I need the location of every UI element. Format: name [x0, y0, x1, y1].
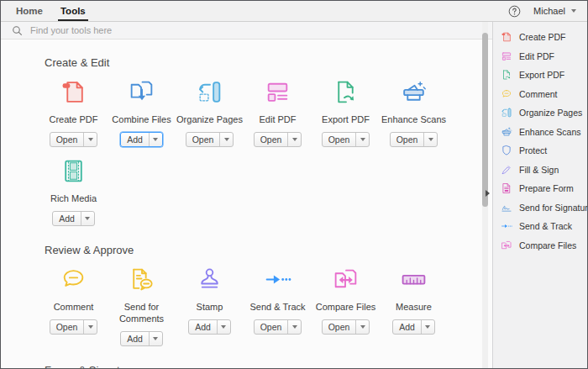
- tool-action-button[interactable]: Add: [392, 319, 435, 335]
- export-pdf-icon: [332, 78, 360, 106]
- tool-action-dropdown[interactable]: [356, 133, 369, 146]
- sidebar-item-edit-pdf[interactable]: Edit PDF: [493, 47, 587, 66]
- tool-action-button[interactable]: Open: [50, 319, 98, 335]
- tools-search-bar: [1, 22, 492, 40]
- tool-action-button[interactable]: Open: [186, 132, 234, 147]
- sidebar-item-prepare-form[interactable]: Prepare Form: [493, 179, 587, 198]
- tool-action-label[interactable]: Add: [121, 133, 150, 146]
- search-input[interactable]: [30, 25, 307, 35]
- tab-tools[interactable]: Tools: [58, 1, 88, 21]
- tool-action-label[interactable]: Add: [189, 320, 218, 334]
- tool-action-dropdown[interactable]: [150, 133, 162, 146]
- tool-card-stamp[interactable]: Stamp Add: [176, 266, 244, 346]
- tool-action-button[interactable]: Add: [120, 132, 163, 147]
- sidebar-item-label: Compare Files: [519, 240, 576, 250]
- tool-action-label[interactable]: Open: [186, 133, 221, 146]
- chevron-down-icon: [571, 9, 576, 13]
- tool-action-label[interactable]: Open: [255, 320, 289, 334]
- tool-card-create-pdf[interactable]: Create PDF Open: [39, 78, 108, 147]
- tool-card-combine-files[interactable]: Combine Files Add: [108, 78, 176, 147]
- tool-card-organize-pages[interactable]: Organize Pages Open: [176, 78, 244, 147]
- tool-action-dropdown[interactable]: [424, 133, 437, 146]
- tool-action-dropdown[interactable]: [288, 320, 301, 334]
- section-title: Forms & Signatures: [45, 365, 492, 368]
- tool-card-send-track[interactable]: Send & Track Open: [244, 266, 312, 346]
- tool-action-button[interactable]: Add: [120, 331, 163, 346]
- tool-action-button[interactable]: Add: [52, 211, 95, 226]
- tool-card-enhance-scans[interactable]: Enhance Scans Open: [380, 78, 448, 147]
- sidebar-item-send-for-signature[interactable]: Send for Signature: [493, 198, 587, 218]
- tool-action-dropdown[interactable]: [220, 133, 233, 146]
- protect-icon: [501, 145, 512, 156]
- create-pdf-icon: [501, 31, 512, 43]
- tools-main-panel: Create & Edit Create PDF Open Combine Fi…: [1, 22, 492, 368]
- tool-card-compare-files[interactable]: Compare Files Open: [312, 266, 380, 346]
- sidebar-item-comment[interactable]: Comment: [493, 85, 587, 104]
- tool-action-dropdown[interactable]: [81, 212, 94, 225]
- sidebar-item-create-pdf[interactable]: Create PDF: [493, 28, 587, 47]
- tool-label: Compare Files: [316, 301, 376, 313]
- tool-card-edit-pdf[interactable]: Edit PDF Open: [244, 78, 312, 147]
- tool-action-label[interactable]: Open: [255, 133, 289, 146]
- section-title: Review & Approve: [45, 245, 492, 256]
- help-question-icon[interactable]: [508, 5, 521, 18]
- tool-section: Forms & Signatures: [39, 365, 492, 368]
- sidebar-item-fill-sign[interactable]: Fill & Sign: [493, 161, 587, 180]
- tool-action-label[interactable]: Open: [323, 133, 357, 146]
- tool-action-label[interactable]: Open: [323, 320, 357, 334]
- tab-home[interactable]: Home: [13, 1, 45, 21]
- tool-action-label[interactable]: Add: [121, 332, 150, 345]
- user-menu[interactable]: Michael: [533, 6, 576, 16]
- chevron-right-icon: [486, 190, 490, 197]
- tool-label: Create PDF: [49, 113, 97, 125]
- tool-action-label[interactable]: Open: [391, 133, 425, 146]
- tool-action-dropdown[interactable]: [84, 320, 97, 334]
- organize-pages-icon: [196, 78, 223, 106]
- tool-action-dropdown[interactable]: [288, 133, 301, 146]
- sidebar-collapse-handle[interactable]: [486, 187, 494, 200]
- send-track-icon: [501, 220, 512, 232]
- tool-action-button[interactable]: Open: [322, 319, 370, 335]
- window-body: Create & Edit Create PDF Open Combine Fi…: [1, 22, 587, 368]
- tool-action-label[interactable]: Add: [393, 320, 422, 334]
- acrobat-tools-window: Home Tools Michael: [0, 0, 588, 369]
- tool-action-dropdown[interactable]: [218, 320, 230, 334]
- tool-card-rich-media[interactable]: Rich Media Add: [39, 157, 108, 226]
- tool-card-send-for-comments[interactable]: Send for Comments Add: [108, 266, 176, 346]
- stamp-icon: [196, 266, 223, 293]
- user-name: Michael: [533, 6, 565, 16]
- compare-files-icon: [332, 266, 360, 293]
- tool-action-label[interactable]: Open: [50, 320, 85, 334]
- sidebar-item-label: Fill & Sign: [519, 165, 559, 175]
- enhance-scans-icon: [400, 78, 428, 106]
- tool-action-button[interactable]: Add: [188, 319, 231, 335]
- sidebar-item-protect[interactable]: Protect: [493, 141, 587, 161]
- chevron-down-icon: [221, 325, 226, 329]
- tool-label: Organize Pages: [176, 113, 243, 125]
- sidebar-item-label: Send for Signature: [519, 203, 587, 213]
- tool-action-button[interactable]: Open: [390, 132, 438, 147]
- tool-action-button[interactable]: Open: [254, 132, 302, 147]
- sidebar-item-organize-pages[interactable]: Organize Pages: [493, 103, 587, 123]
- sidebar-item-send-track[interactable]: Send & Track: [493, 217, 587, 236]
- sidebar-item-export-pdf[interactable]: Export PDF: [493, 66, 587, 85]
- tool-action-dropdown[interactable]: [422, 320, 434, 334]
- tool-card-measure[interactable]: Measure Add: [380, 266, 448, 346]
- tool-action-dropdown[interactable]: [150, 332, 162, 345]
- export-pdf-icon: [501, 69, 512, 81]
- tool-card-comment[interactable]: Comment Open: [39, 266, 108, 346]
- vertical-scrollbar-thumb[interactable]: [482, 33, 488, 207]
- tool-action-dropdown[interactable]: [356, 320, 369, 334]
- tool-action-dropdown[interactable]: [84, 133, 97, 146]
- tool-label: Rich Media: [50, 192, 97, 204]
- tool-action-button[interactable]: Open: [50, 132, 98, 147]
- sidebar-item-enhance-scans[interactable]: Enhance Scans: [493, 123, 587, 142]
- tool-card-export-pdf[interactable]: Export PDF Open: [312, 78, 380, 147]
- tool-action-label[interactable]: Add: [53, 212, 81, 225]
- tool-action-label[interactable]: Open: [50, 133, 85, 146]
- chevron-down-icon: [153, 138, 158, 141]
- tool-action-button[interactable]: Open: [254, 319, 302, 335]
- tool-action-button[interactable]: Open: [322, 132, 370, 147]
- sidebar-item-compare-files[interactable]: Compare Files: [493, 236, 587, 256]
- tool-label: Stamp: [197, 301, 223, 313]
